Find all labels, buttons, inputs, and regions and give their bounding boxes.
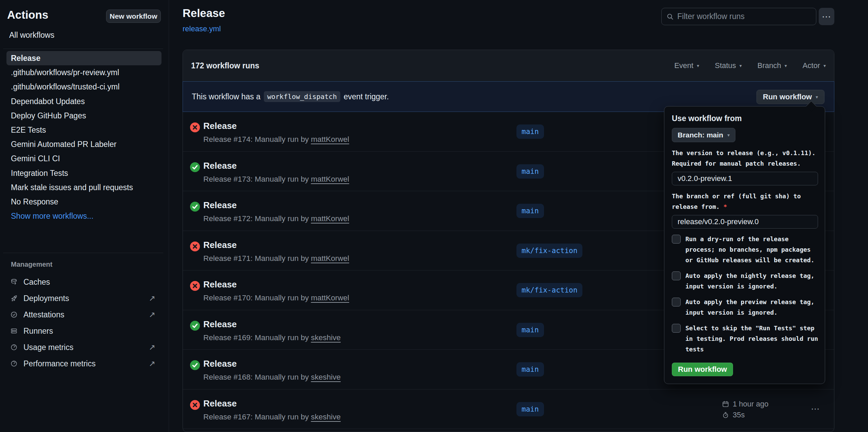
sidebar-workflow-item[interactable]: Dependabot Updates bbox=[6, 94, 161, 109]
sidebar-workflow-item[interactable]: Deploy GitHub Pages bbox=[6, 109, 161, 123]
run-description-text: Release #170: Manually run by bbox=[203, 294, 309, 302]
run-description: Release #173: Manually run by mattKorwel bbox=[203, 175, 349, 184]
actions-sidebar: Actions New workflow All workflows Relea… bbox=[0, 0, 169, 432]
checkbox[interactable] bbox=[672, 298, 681, 306]
branch-label[interactable]: main bbox=[516, 402, 544, 416]
sidebar-workflow-item[interactable]: Gemini CLI CI bbox=[6, 151, 161, 166]
run-description-text: Release #169: Manually run by bbox=[203, 333, 309, 342]
version-input[interactable] bbox=[672, 172, 818, 185]
success-icon bbox=[190, 162, 200, 172]
sidebar-workflow-item[interactable]: Integration Tests bbox=[6, 166, 161, 180]
chevron-down-icon: ▾ bbox=[823, 63, 826, 68]
filter-dropdown[interactable]: Actor ▾ bbox=[803, 61, 826, 70]
filter-workflow-runs-input[interactable] bbox=[677, 12, 811, 21]
run-title-link[interactable]: Release bbox=[203, 319, 237, 330]
run-title-link[interactable]: Release bbox=[203, 398, 237, 409]
branch-label[interactable]: mk/fix-action bbox=[516, 244, 582, 258]
actor-link[interactable]: skeshive bbox=[311, 373, 341, 381]
workflow-item-label: Deploy GitHub Pages bbox=[11, 111, 86, 120]
sidebar-workflow-item[interactable]: Release bbox=[6, 51, 161, 65]
filter-dropdown[interactable]: Event ▾ bbox=[674, 61, 699, 70]
success-icon bbox=[190, 202, 200, 212]
run-workflow-submit-button[interactable]: Run workflow bbox=[672, 363, 733, 376]
management-item-label: Runners bbox=[23, 327, 53, 336]
management-item[interactable]: Runners ↗ bbox=[0, 323, 169, 339]
chevron-down-icon: ▾ bbox=[785, 63, 787, 68]
sidebar-workflow-item[interactable]: .github/workflows/trusted-ci.yml bbox=[6, 80, 161, 94]
run-title-link[interactable]: Release bbox=[203, 200, 237, 211]
banner-text-suffix: event trigger. bbox=[344, 92, 389, 101]
checkbox[interactable] bbox=[672, 324, 681, 333]
management-list: Caches ↗ Deployments bbox=[0, 274, 169, 372]
branch-select-button[interactable]: Branch: main ▾ bbox=[672, 128, 735, 142]
run-title-link[interactable]: Release bbox=[203, 121, 237, 131]
management-item[interactable]: Attestations ↗ bbox=[0, 306, 169, 323]
sidebar-item-all-workflows[interactable]: All workflows bbox=[9, 31, 54, 40]
filter-workflow-runs-box bbox=[661, 8, 816, 25]
checkbox-row: Auto apply the nightly release tag, inpu… bbox=[672, 270, 817, 292]
stopwatch-icon bbox=[722, 411, 729, 419]
run-title-link[interactable]: Release bbox=[203, 279, 237, 290]
branch-label[interactable]: main bbox=[516, 204, 544, 218]
sidebar-divider bbox=[3, 49, 163, 49]
management-item-label: Usage metrics bbox=[23, 343, 73, 352]
workflow-file-link[interactable]: release.yml bbox=[183, 24, 221, 33]
rocket-icon bbox=[10, 295, 18, 302]
workflow-options-kebab-button[interactable]: ⋯ bbox=[819, 8, 834, 25]
run-status-icon bbox=[190, 281, 200, 291]
filter-dropdown[interactable]: Status ▾ bbox=[715, 61, 742, 70]
failure-icon bbox=[190, 281, 200, 291]
branch-label[interactable]: main bbox=[516, 164, 544, 179]
actor-link[interactable]: mattKorwel bbox=[311, 214, 349, 223]
ref-input[interactable] bbox=[672, 215, 818, 229]
run-title-link[interactable]: Release bbox=[203, 240, 237, 250]
filter-dropdown[interactable]: Branch ▾ bbox=[758, 61, 787, 70]
checkbox-row: Select to skip the "Run Tests" step in t… bbox=[672, 323, 817, 354]
workflow-item-label: Gemini CLI CI bbox=[11, 154, 60, 163]
run-status-icon bbox=[190, 321, 200, 331]
actor-link[interactable]: mattKorwel bbox=[311, 135, 349, 144]
run-description: Release #168: Manually run by skeshive bbox=[203, 373, 341, 382]
sidebar-workflow-item[interactable]: E2E Tests bbox=[6, 123, 161, 137]
checkbox-row: Run a dry-run of the release process; no… bbox=[672, 234, 817, 265]
actor-link[interactable]: mattKorwel bbox=[311, 294, 349, 302]
workflow-run-row[interactable]: Release Release #167: Manually run by sk… bbox=[183, 389, 834, 429]
management-item[interactable]: Caches ↗ bbox=[0, 274, 169, 290]
sidebar-workflow-item[interactable]: Show more workflows... bbox=[6, 209, 161, 223]
management-item[interactable]: Performance metrics ↗ bbox=[0, 355, 169, 372]
run-title-link[interactable]: Release bbox=[203, 161, 237, 171]
chevron-down-icon: ▾ bbox=[739, 63, 742, 68]
actor-link[interactable]: skeshive bbox=[311, 333, 341, 342]
checkbox[interactable] bbox=[672, 235, 681, 244]
run-title-link[interactable]: Release bbox=[203, 359, 237, 369]
chevron-down-icon: ▾ bbox=[697, 63, 699, 68]
management-item[interactable]: Usage metrics ↗ bbox=[0, 339, 169, 355]
actor-link[interactable]: skeshive bbox=[311, 413, 341, 421]
actor-link[interactable]: mattKorwel bbox=[311, 254, 349, 263]
sidebar-workflow-item[interactable]: .github/workflows/pr-review.yml bbox=[6, 65, 161, 80]
branch-label[interactable]: main bbox=[516, 362, 544, 377]
run-status-icon bbox=[190, 202, 200, 212]
sidebar-workflow-item[interactable]: No Response bbox=[6, 195, 161, 209]
branch-label[interactable]: mk/fix-action bbox=[516, 283, 582, 297]
management-item-label: Caches bbox=[23, 278, 50, 287]
required-marker: * bbox=[724, 203, 727, 210]
actor-link[interactable]: mattKorwel bbox=[311, 175, 349, 183]
run-workflow-dropdown-button[interactable]: Run workflow ▾ bbox=[756, 90, 824, 104]
sidebar-workflow-item[interactable]: Gemini Automated PR Labeler bbox=[6, 137, 161, 151]
management-item[interactable]: Deployments ↗ bbox=[0, 290, 169, 306]
branch-label[interactable]: main bbox=[516, 323, 544, 337]
run-description-text: Release #172: Manually run by bbox=[203, 214, 309, 223]
new-workflow-button[interactable]: New workflow bbox=[106, 10, 161, 23]
sidebar-workflow-item[interactable]: Mark stale issues and pull requests bbox=[6, 180, 161, 195]
branch-label[interactable]: main bbox=[516, 124, 544, 139]
banner-text: This workflow has a workflow_dispatch ev… bbox=[192, 91, 389, 102]
external-link-icon: ↗ bbox=[149, 310, 155, 319]
banner-text-prefix: This workflow has a bbox=[192, 92, 260, 101]
run-description-text: Release #168: Manually run by bbox=[203, 373, 309, 381]
branch-select-label: Branch: main bbox=[678, 131, 723, 139]
checkbox[interactable] bbox=[672, 271, 681, 280]
row-kebab-button[interactable]: ⋯ bbox=[811, 404, 828, 414]
run-time: 1 hour ago bbox=[733, 400, 768, 409]
run-description: Release #167: Manually run by skeshive bbox=[203, 413, 341, 421]
